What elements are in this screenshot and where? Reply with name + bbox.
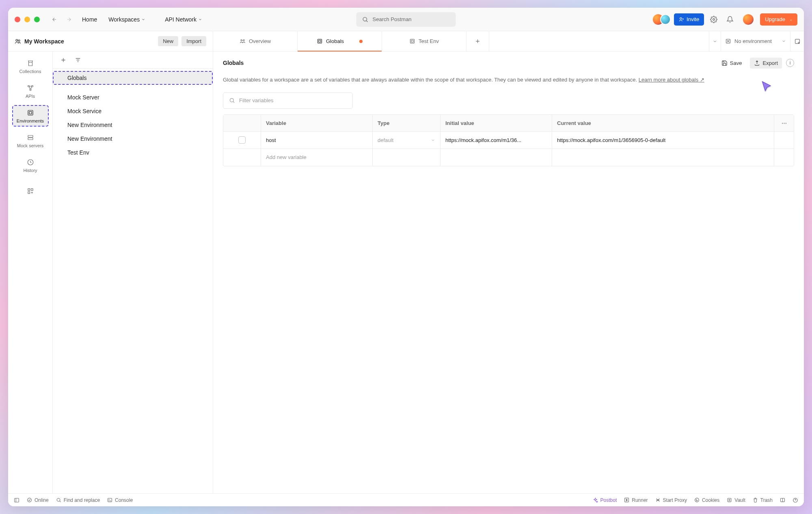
back-button[interactable] <box>51 16 58 23</box>
env-quicklook-button[interactable] <box>790 31 804 51</box>
nav-apis[interactable]: APIs <box>12 80 49 102</box>
filter-variables-input[interactable]: Filter variables <box>223 92 353 109</box>
cookies-button[interactable]: Cookies <box>694 497 719 503</box>
current-value-cell[interactable]: https://mock.apifox.com/m1/3656905-0-def… <box>552 132 774 148</box>
unsaved-dot-icon <box>359 40 363 43</box>
variable-type-cell[interactable]: default <box>373 132 441 148</box>
add-env-button[interactable] <box>60 57 67 63</box>
toggle-sidebar-button[interactable] <box>14 497 19 503</box>
tab-test-env[interactable]: Test Env <box>382 31 466 51</box>
learn-more-label: Learn more about globals <box>639 77 698 83</box>
user-avatar[interactable] <box>743 14 754 25</box>
save-label: Save <box>730 60 742 66</box>
invite-button[interactable]: Invite <box>674 13 704 26</box>
env-item[interactable]: New Environment <box>53 118 213 132</box>
forward-button[interactable] <box>66 16 72 23</box>
minimize-window[interactable] <box>24 17 30 22</box>
page-title: Globals <box>223 60 713 66</box>
workspaces-menu[interactable]: Workspaces <box>104 14 149 25</box>
proxy-label: Start Proxy <box>663 497 687 503</box>
search-icon <box>362 16 369 23</box>
workspace-name: My Workspace <box>24 38 64 45</box>
sparkle-icon <box>593 497 598 503</box>
add-variable-row[interactable]: Add new variable <box>223 149 794 166</box>
start-proxy-button[interactable]: Start Proxy <box>655 497 687 503</box>
vault-button[interactable]: Vault <box>727 497 745 503</box>
active-env-selector[interactable]: No environment <box>721 38 790 44</box>
no-env-icon <box>725 38 731 44</box>
svg-rect-14 <box>31 189 33 191</box>
window-controls <box>15 17 40 22</box>
collections-icon <box>27 60 34 67</box>
add-variable-placeholder: Add new variable <box>261 149 373 166</box>
tab-label: Globals <box>326 38 344 44</box>
online-label: Online <box>35 497 49 503</box>
environments-icon <box>317 38 323 44</box>
settings-icon[interactable] <box>710 15 718 24</box>
variable-name-cell[interactable]: host <box>261 132 373 148</box>
env-item[interactable]: Mock Server <box>53 90 213 104</box>
upgrade-button[interactable]: Upgrade ⌄ <box>760 13 797 26</box>
api-network-menu[interactable]: API Network <box>161 14 206 25</box>
svg-point-37 <box>729 499 730 501</box>
nav-environments[interactable]: Environments <box>12 105 49 127</box>
help-button[interactable] <box>793 497 798 503</box>
notifications-icon[interactable] <box>726 15 734 24</box>
env-item-globals[interactable]: Globals <box>53 71 213 85</box>
tabs-dropdown[interactable] <box>709 31 721 51</box>
nav-history[interactable]: History <box>12 155 49 176</box>
export-button[interactable]: Export <box>750 58 782 69</box>
workspace-selector[interactable]: My Workspace <box>15 38 155 45</box>
save-icon <box>721 60 728 66</box>
new-button[interactable]: New <box>158 36 178 46</box>
online-status[interactable]: Online <box>27 497 49 503</box>
col-type: Type <box>373 115 441 131</box>
tab-label: Overview <box>249 38 271 44</box>
save-button[interactable]: Save <box>717 58 746 69</box>
grid-add-icon <box>27 187 34 195</box>
close-window[interactable] <box>15 17 20 22</box>
nav-collections[interactable]: Collections <box>12 56 49 77</box>
home-link[interactable]: Home <box>78 14 101 25</box>
invite-label: Invite <box>687 16 699 22</box>
export-label: Export <box>762 60 778 66</box>
env-actions <box>53 52 213 69</box>
filter-env-button[interactable] <box>75 57 81 63</box>
svg-point-25 <box>230 99 234 102</box>
maximize-window[interactable] <box>34 17 40 22</box>
console-label: Console <box>115 497 133 503</box>
env-item[interactable]: Mock Service <box>53 104 213 118</box>
console-icon <box>107 497 112 503</box>
runner-label: Runner <box>632 497 648 503</box>
row-checkbox[interactable] <box>238 136 246 144</box>
console-button[interactable]: Console <box>107 497 133 503</box>
chevron-down-icon <box>198 17 202 22</box>
info-button[interactable]: i <box>786 59 794 67</box>
postbot-button[interactable]: Postbot <box>593 497 617 503</box>
svg-rect-8 <box>28 110 33 115</box>
trash-button[interactable]: Trash <box>753 497 773 503</box>
new-tab-button[interactable] <box>466 31 489 51</box>
two-pane-button[interactable] <box>780 497 785 503</box>
import-button[interactable]: Import <box>181 36 206 46</box>
runner-button[interactable]: Runner <box>624 497 648 503</box>
table-menu-button[interactable]: ⋯ <box>774 115 794 131</box>
primary-nav: Collections APIs Environments Mock serve… <box>8 52 53 493</box>
nav-label: Collections <box>19 69 41 74</box>
collaborators[interactable] <box>653 14 671 25</box>
svg-point-28 <box>57 498 60 501</box>
env-item[interactable]: New Environment <box>53 132 213 146</box>
initial-value-cell[interactable]: https://mock.apifox.com/m1/36... <box>441 132 552 148</box>
description: Global variables for a workspace are a s… <box>213 74 804 84</box>
chevron-down-icon <box>431 138 435 142</box>
global-search[interactable]: Search Postman <box>356 12 456 27</box>
svg-point-27 <box>28 498 32 502</box>
tab-overview[interactable]: Overview <box>213 31 298 51</box>
tab-globals[interactable]: Globals <box>298 31 382 51</box>
env-item[interactable]: Test Env <box>53 146 213 159</box>
nav-mock-servers[interactable]: Mock servers <box>12 130 49 151</box>
learn-more-link[interactable]: Learn more about globals ↗ <box>639 77 704 83</box>
svg-point-17 <box>243 39 244 41</box>
find-replace-button[interactable]: Find and replace <box>56 497 100 503</box>
nav-configure[interactable] <box>12 183 49 198</box>
